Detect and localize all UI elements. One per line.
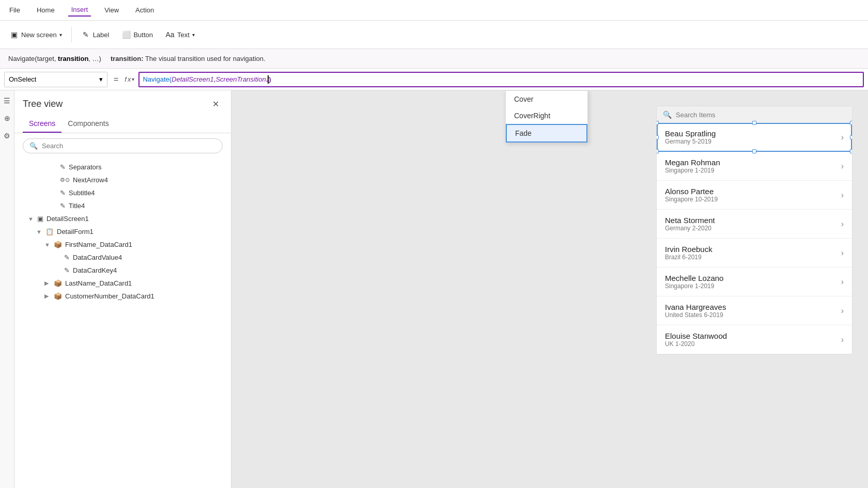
new-screen-button[interactable]: ▣ New screen ▾: [4, 27, 67, 42]
preview-panel: 🔍 Search Items Beau Spratling Germany 5-…: [656, 106, 853, 355]
item-icon: 📋: [45, 228, 54, 235]
item-label: NextArrow4: [73, 176, 223, 184]
tree-tabs: Screens Components: [14, 115, 231, 133]
autocomplete-item-cover[interactable]: Cover: [506, 91, 587, 107]
formula-input[interactable]: Navigate(DetailScreen1, ScreenTransition…: [138, 72, 864, 87]
side-icon-data[interactable]: ⚙: [1, 130, 13, 142]
preview-item-name: Beau Spratling: [665, 129, 716, 138]
tree-title: Tree view: [23, 99, 63, 109]
toolbar-divider-1: [71, 27, 72, 42]
preview-item-name: Irvin Roebuck: [665, 245, 712, 254]
property-dropdown-arrow: ▾: [99, 75, 103, 83]
preview-list-item[interactable]: Megan Rohman Singapore 1-2019 ›: [657, 152, 852, 181]
preview-list-item[interactable]: Elouise Stanwood UK 1-2020 ›: [657, 325, 852, 354]
preview-item-sub: Singapore 10-2019: [665, 196, 718, 203]
item-icon: ✎: [60, 163, 66, 171]
menu-action[interactable]: Action: [132, 4, 157, 16]
item-icon: 📦: [54, 292, 62, 300]
preview-list-item[interactable]: Neta Storment Germany 2-2020 ›: [657, 210, 852, 239]
property-dropdown[interactable]: OnSelect ▾: [4, 72, 107, 87]
list-item[interactable]: ▼ 📋 DetailForm1: [14, 225, 231, 238]
preview-list-item[interactable]: Ivana Hargreaves United States 6-2019 ›: [657, 296, 852, 325]
preview-list-item[interactable]: Irvin Roebuck Brazil 6-2019 ›: [657, 239, 852, 267]
autocomplete-item-coverright[interactable]: CoverRight: [506, 107, 587, 124]
tooltip-bar: Navigate(target, transition, …) transiti…: [0, 49, 868, 69]
menu-insert[interactable]: Insert: [68, 4, 91, 17]
list-item[interactable]: ▶ 📦 CustomerNumber_DataCard1: [14, 290, 231, 303]
tree-close-button[interactable]: ✕: [208, 97, 223, 111]
preview-item-name: Elouise Stanwood: [665, 332, 727, 340]
preview-item-arrow-icon: ›: [841, 191, 844, 200]
text-button[interactable]: Aa Text ▾: [160, 27, 200, 42]
selection-handle-mr: [850, 135, 853, 139]
search-input[interactable]: [42, 142, 216, 150]
tab-components[interactable]: Components: [61, 115, 115, 133]
item-label: Separators: [69, 163, 223, 171]
item-label: DetailScreen1: [47, 215, 223, 223]
list-item[interactable]: ✎ DataCardValue4: [14, 251, 231, 264]
item-icon: ▣: [37, 215, 43, 223]
menu-view[interactable]: View: [101, 4, 122, 16]
list-item[interactable]: ✎ Title4: [14, 199, 231, 212]
side-icon-search[interactable]: ⊕: [1, 112, 13, 124]
expand-icon: ▼: [36, 229, 42, 235]
new-screen-icon: ▣: [9, 30, 19, 39]
preview-list-item[interactable]: Mechelle Lozano Singapore 1-2019 ›: [657, 267, 852, 296]
selection-handle-bl: [656, 149, 659, 153]
fx-dropdown-arrow: ▾: [132, 76, 134, 82]
item-label: Subtitle4: [69, 189, 223, 197]
formula-bar: OnSelect ▾ = fx ▾ Navigate(DetailScreen1…: [0, 69, 868, 90]
list-item[interactable]: ▼ ▣ DetailScreen1: [14, 212, 231, 225]
item-icon: ✎: [60, 202, 66, 210]
preview-item-sub: United States 6-2019: [665, 311, 726, 319]
preview-list-item[interactable]: Beau Spratling Germany 5-2019 ›: [657, 123, 852, 152]
text-icon: Aa: [165, 30, 175, 39]
item-icon: ✎: [64, 266, 70, 274]
selection-handle-br: [850, 149, 853, 153]
list-item[interactable]: ⚙⊙ NextArrow4: [14, 174, 231, 186]
preview-item-arrow-icon: ›: [841, 133, 844, 142]
selection-handle-tr: [850, 121, 853, 125]
fx-label: fx ▾: [125, 75, 134, 83]
item-label: DataCardValue4: [73, 254, 223, 261]
list-item[interactable]: ✎ DataCardKey4: [14, 264, 231, 277]
tab-screens[interactable]: Screens: [23, 115, 61, 133]
list-item[interactable]: ▶ 📦 LastName_DataCard1: [14, 277, 231, 290]
tree-panel: Tree view ✕ Screens Components 🔍 ✎ Separ…: [14, 90, 231, 488]
tree-search-box[interactable]: 🔍: [23, 138, 223, 153]
label-button[interactable]: ✎ Label: [76, 27, 115, 42]
selection-handle-ml: [656, 135, 659, 139]
button-button[interactable]: ⬜ Button: [116, 27, 158, 42]
menu-home[interactable]: Home: [34, 4, 58, 16]
list-item[interactable]: ▼ 📦 FirstName_DataCard1: [14, 238, 231, 251]
expand-icon: ▶: [44, 280, 51, 287]
preview-item-arrow-icon: ›: [841, 162, 844, 171]
item-icon: ✎: [60, 189, 66, 197]
menu-file[interactable]: File: [6, 4, 23, 16]
preview-item-name: Megan Rohman: [665, 158, 720, 167]
side-icon-tree[interactable]: ☰: [1, 95, 13, 107]
preview-item-sub: Germany 5-2019: [665, 138, 716, 145]
list-item[interactable]: ✎ Separators: [14, 161, 231, 174]
canvas-area: Cover CoverRight Fade 🔍 Search Items: [231, 90, 868, 488]
tooltip-description: transition: The visual transition used f…: [111, 55, 266, 62]
item-label: FirstName_DataCard1: [65, 241, 223, 248]
list-item[interactable]: ✎ Subtitle4: [14, 186, 231, 199]
preview-item-sub: Singapore 1-2019: [665, 282, 723, 290]
item-label: LastName_DataCard1: [65, 279, 223, 287]
toolbar: ▣ New screen ▾ ✎ Label ⬜ Button Aa Text …: [0, 21, 868, 49]
tree-header: Tree view ✕: [14, 90, 231, 115]
preview-item-name: Neta Storment: [665, 216, 715, 225]
selection-handle-tl: [656, 121, 659, 125]
autocomplete-item-fade[interactable]: Fade: [506, 124, 587, 143]
preview-search-text: Search Items: [676, 111, 716, 119]
side-icons-panel: ☰ ⊕ ⚙: [0, 90, 14, 488]
item-icon: ⚙⊙: [60, 177, 70, 183]
expand-icon: ▶: [44, 293, 51, 300]
new-screen-dropdown-arrow: ▾: [59, 32, 62, 38]
preview-list-item[interactable]: Alonso Partee Singapore 10-2019 ›: [657, 181, 852, 210]
item-label: Title4: [69, 202, 223, 210]
text-dropdown-arrow: ▾: [192, 32, 195, 38]
autocomplete-dropdown: Cover CoverRight Fade: [505, 90, 588, 143]
preview-item-sub: Singapore 1-2019: [665, 167, 720, 174]
